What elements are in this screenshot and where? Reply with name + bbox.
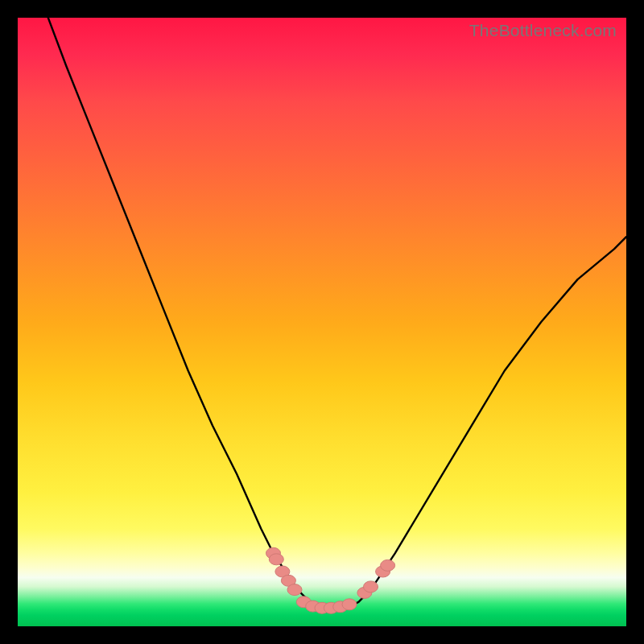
chart-overlay xyxy=(18,18,626,626)
plot-area: TheBottleneck.com xyxy=(18,18,626,626)
marker-right-ramp xyxy=(381,559,395,571)
marker-left-ramp xyxy=(269,554,283,565)
valley-markers xyxy=(266,547,395,613)
bottleneck-curve xyxy=(48,18,626,608)
marker-valley-floor xyxy=(342,599,357,610)
marker-left-ramp xyxy=(287,584,302,596)
chart-frame: TheBottleneck.com xyxy=(0,0,644,644)
marker-right-ramp xyxy=(364,581,378,592)
